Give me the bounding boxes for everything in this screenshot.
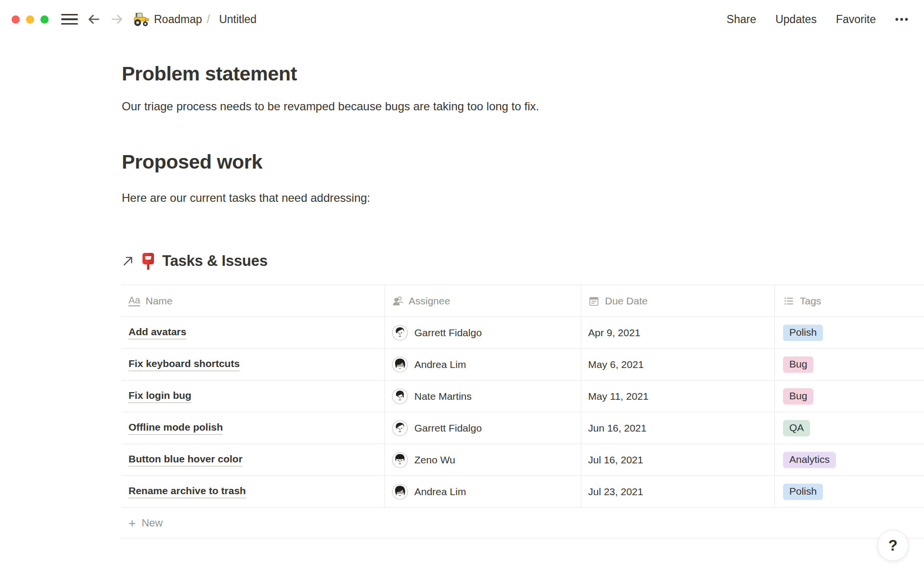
task-name-cell[interactable]: Offline mode polish	[122, 412, 385, 444]
arrow-right-icon	[110, 12, 124, 26]
table-row: Fix login bug Nate Martins May 11, 2021 …	[122, 381, 924, 412]
tags-cell[interactable]: Polish	[775, 317, 924, 348]
arrow-left-icon	[87, 12, 101, 26]
table-row: Add avatars Garrett Fidalgo Apr 9, 2021 …	[122, 317, 924, 349]
breadcrumb-current[interactable]: Untitled	[219, 13, 257, 26]
problem-statement-heading: Problem statement	[122, 63, 924, 85]
topbar-actions: Share Updates Favorite •••	[727, 13, 910, 26]
page-content: Problem statement Our triage process nee…	[0, 0, 924, 539]
tag-chip: Polish	[783, 484, 823, 500]
assignee-cell[interactable]: Andrea Lim	[385, 349, 581, 380]
question-mark-icon: ?	[888, 537, 898, 554]
close-button[interactable]	[12, 15, 20, 24]
window-controls	[12, 15, 49, 24]
problem-statement-text: Our triage process needs to be revamped …	[122, 98, 924, 114]
assignee-cell[interactable]: Garrett Fidalgo	[385, 412, 581, 444]
new-row-label: New	[141, 517, 163, 529]
person-icon	[392, 295, 403, 307]
table-row: Button blue hover color Zeno Wu Jul 16, …	[122, 444, 924, 476]
avatar	[392, 420, 408, 436]
column-label: Name	[145, 295, 172, 307]
table-row: Offline mode polish Garrett Fidalgo Jun …	[122, 412, 924, 444]
avatar	[392, 356, 408, 373]
proposed-work-text: Here are our current tasks that need add…	[122, 190, 924, 206]
tags-cell[interactable]: Bug	[775, 381, 924, 412]
task-name-cell[interactable]: Button blue hover color	[122, 444, 385, 475]
due-date-cell[interactable]: Jul 16, 2021	[581, 444, 775, 475]
breadcrumb-parent[interactable]: Roadmap	[154, 13, 202, 26]
plus-icon: +	[128, 517, 136, 529]
column-label: Tags	[800, 295, 821, 307]
table-row: Rename archive to trash Andrea Lim Jul 2…	[122, 476, 924, 508]
table-header-row: Aa Name Assignee Due Dat	[122, 285, 924, 317]
postbox-icon	[141, 252, 156, 270]
minimize-button[interactable]	[26, 15, 34, 24]
column-label: Assignee	[409, 295, 450, 307]
sidebar-toggle-button[interactable]	[61, 14, 78, 25]
due-date-cell[interactable]: May 11, 2021	[581, 381, 775, 412]
due-date-cell[interactable]: Jun 16, 2021	[581, 412, 775, 444]
tag-chip: Bug	[783, 356, 813, 373]
task-name-cell[interactable]: Add avatars	[122, 317, 385, 348]
list-icon	[783, 295, 795, 307]
task-name-cell[interactable]: Fix keyboard shortcuts	[122, 349, 385, 380]
tags-cell[interactable]: Analytics	[775, 444, 924, 475]
back-button[interactable]	[87, 12, 101, 26]
tasks-table: Aa Name Assignee Due Dat	[122, 285, 924, 539]
tags-cell[interactable]: Polish	[775, 476, 924, 507]
forward-button[interactable]	[110, 12, 124, 26]
column-header-name[interactable]: Aa Name	[122, 285, 385, 316]
breadcrumb-separator: /	[207, 13, 210, 26]
column-header-assignee[interactable]: Assignee	[385, 285, 581, 316]
window-titlebar: Roadmap / Untitled Share Updates Favorit…	[0, 0, 924, 39]
avatar	[392, 484, 408, 500]
assignee-cell[interactable]: Nate Martins	[385, 381, 581, 412]
collection-title[interactable]: Tasks & Issues	[162, 252, 268, 270]
new-row-button[interactable]: + New	[122, 508, 924, 539]
calendar-icon	[588, 295, 600, 307]
avatar	[392, 388, 408, 405]
more-button[interactable]: •••	[895, 14, 910, 25]
task-name-cell[interactable]: Rename archive to trash	[122, 476, 385, 507]
zoom-button[interactable]	[40, 15, 49, 24]
help-button[interactable]: ?	[877, 530, 909, 561]
tag-chip: Analytics	[783, 452, 836, 468]
tractor-icon	[132, 12, 150, 27]
assignee-cell[interactable]: Zeno Wu	[385, 444, 581, 475]
task-name-cell[interactable]: Fix login bug	[122, 381, 385, 412]
tag-chip: QA	[783, 420, 810, 436]
share-button[interactable]: Share	[727, 13, 756, 26]
column-label: Due Date	[605, 295, 648, 307]
text-icon: Aa	[128, 295, 140, 306]
due-date-cell[interactable]: Apr 9, 2021	[581, 317, 775, 348]
favorite-button[interactable]: Favorite	[836, 13, 876, 26]
proposed-work-heading: Proposed work	[122, 151, 924, 173]
tag-chip: Bug	[783, 388, 813, 405]
tags-cell[interactable]: QA	[775, 412, 924, 444]
table-row: Fix keyboard shortcuts Andrea Lim May 6,…	[122, 349, 924, 381]
column-header-tags[interactable]: Tags	[775, 285, 924, 316]
collection-header: Tasks & Issues	[122, 252, 924, 270]
due-date-cell[interactable]: Jul 23, 2021	[581, 476, 775, 507]
updates-button[interactable]: Updates	[775, 13, 817, 26]
tag-chip: Polish	[783, 325, 823, 341]
arrow-up-right-icon[interactable]	[122, 255, 134, 267]
column-header-due-date[interactable]: Due Date	[581, 285, 775, 316]
due-date-cell[interactable]: May 6, 2021	[581, 349, 775, 380]
avatar	[392, 325, 408, 341]
assignee-cell[interactable]: Andrea Lim	[385, 476, 581, 507]
tags-cell[interactable]: Bug	[775, 349, 924, 380]
assignee-cell[interactable]: Garrett Fidalgo	[385, 317, 581, 348]
avatar	[392, 452, 408, 468]
